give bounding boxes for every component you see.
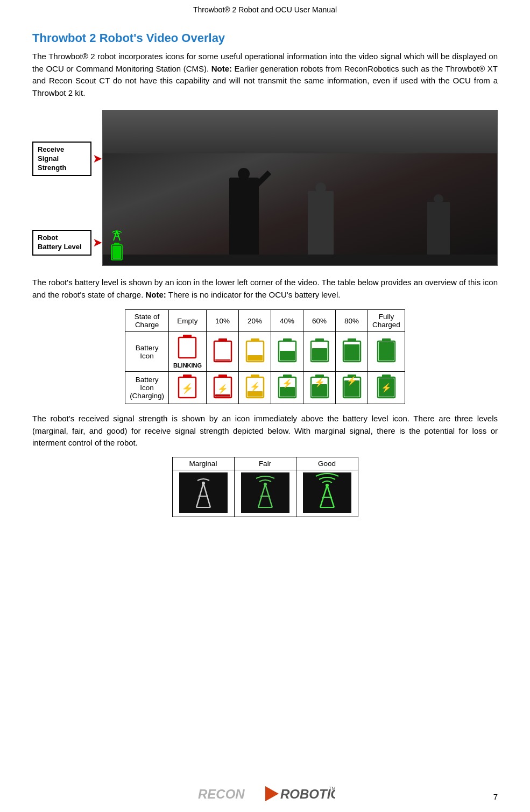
- svg-rect-25: [379, 342, 394, 361]
- footer-logo: RECON ROBOTICS TM: [195, 783, 335, 804]
- svg-text:RECON: RECON: [198, 787, 245, 801]
- svg-rect-65: [303, 472, 351, 513]
- battery-table: State ofCharge Empty 10% 20% 40% 60% 80%…: [125, 309, 405, 404]
- signal-icon-good: [296, 470, 358, 517]
- svg-text:⚡: ⚡: [381, 383, 392, 393]
- battery-note: Note:: [146, 290, 166, 299]
- table-header-empty: Empty: [168, 310, 206, 332]
- intro-note: Note:: [211, 64, 232, 73]
- battery-text-2: There is no indicator for the OCU's batt…: [166, 290, 341, 299]
- svg-rect-16: [280, 351, 295, 361]
- table-header-20: 20%: [239, 310, 271, 332]
- table-row-label-2: BatteryIcon(Charging): [125, 372, 169, 404]
- table-header-full: FullyCharged: [368, 310, 405, 332]
- battery-icon-20: [239, 332, 271, 372]
- signal-header-fair: Fair: [234, 457, 296, 470]
- bat-chg-full: ⚡: [377, 375, 396, 399]
- bat-chg-empty: ⚡: [178, 375, 197, 399]
- bat-chg-20: ⚡: [245, 375, 265, 399]
- battery-table-wrapper: State ofCharge Empty 10% 20% 40% 60% 80%…: [32, 309, 498, 404]
- svg-rect-35: [248, 391, 263, 397]
- blinking-label: BLINKING: [173, 362, 202, 369]
- callout-signal-arrow: ➤: [93, 152, 102, 166]
- svg-text:⚡: ⚡: [282, 378, 293, 389]
- svg-marker-72: [265, 786, 279, 801]
- battery-charging-60: ⚡: [303, 372, 336, 404]
- video-diagram: Receive SignalStrength ➤ RobotBattery Le…: [32, 110, 498, 266]
- svg-rect-10: [215, 359, 230, 361]
- bat-chg-10: ⚡: [213, 375, 232, 399]
- bat-svg-80: [342, 338, 362, 363]
- svg-rect-7: [179, 337, 196, 358]
- svg-rect-59: [241, 472, 289, 513]
- head-1: [238, 168, 250, 180]
- battery-icon-empty: BLINKING: [168, 332, 206, 372]
- battery-charging-80: ⚡: [336, 372, 368, 404]
- bat-chg-80: ⚡: [342, 375, 362, 399]
- svg-line-1: [117, 231, 120, 241]
- person-1: [229, 178, 259, 256]
- table-header-80: 80%: [336, 310, 368, 332]
- sig-marginal-svg: [179, 472, 228, 513]
- bat-chg-40: ⚡: [278, 375, 297, 399]
- table-header-10: 10%: [207, 310, 239, 332]
- callout-signal-box: Receive SignalStrength: [32, 142, 91, 176]
- svg-point-70: [326, 484, 329, 487]
- svg-text:⚡: ⚡: [217, 384, 228, 394]
- signal-paragraph: The robot's received signal strength is …: [32, 413, 498, 449]
- page-number: 7: [493, 792, 498, 801]
- battery-icon-40: [271, 332, 303, 372]
- page-header: Throwbot® 2 Robot and OCU User Manual: [0, 0, 530, 16]
- battery-icon-10: [207, 332, 239, 372]
- signal-icon-fair: [234, 470, 296, 517]
- svg-rect-9: [214, 341, 231, 362]
- head-3: [434, 194, 443, 204]
- signal-table-wrapper: Marginal Fair Good: [32, 457, 498, 517]
- table-row-label-1: BatteryIcon: [125, 332, 169, 372]
- svg-text:⚡: ⚡: [181, 383, 194, 394]
- battery-charging-empty: ⚡: [168, 372, 206, 404]
- callout-battery-label: RobotBattery Level: [38, 234, 82, 251]
- bat-svg-10: [213, 338, 232, 363]
- svg-text:⚡: ⚡: [314, 377, 325, 387]
- recon-robotics-logo: RECON ROBOTICS TM: [195, 783, 335, 804]
- page-content: Throwbot 2 Robot's Video Overlay The Thr…: [0, 16, 530, 546]
- table-header-40: 40%: [271, 310, 303, 332]
- video-icons: [109, 229, 124, 261]
- video-ceiling: [103, 110, 497, 153]
- bat-chg-60: ⚡: [310, 375, 329, 399]
- battery-charging-20: ⚡: [239, 372, 271, 404]
- signal-header-good: Good: [296, 457, 358, 470]
- battery-icon-full: [368, 332, 405, 372]
- callout-signal-label: Receive SignalStrength: [38, 145, 66, 172]
- header-title: Throwbot® 2 Robot and OCU User Manual: [193, 5, 337, 14]
- svg-rect-22: [344, 344, 359, 361]
- person-3: [427, 202, 450, 256]
- svg-text:⚡: ⚡: [347, 376, 357, 386]
- callout-battery-arrow: ➤: [93, 236, 102, 250]
- svg-text:⚡: ⚡: [250, 382, 260, 392]
- callout-signal-item: Receive SignalStrength ➤: [32, 142, 102, 176]
- sig-fair-svg: [241, 472, 289, 513]
- signal-icon-marginal: [172, 470, 234, 517]
- svg-rect-39: [280, 387, 295, 397]
- bat-svg-20: [245, 338, 265, 363]
- video-floor: [103, 255, 497, 265]
- svg-rect-5: [112, 246, 121, 259]
- svg-point-58: [202, 482, 205, 485]
- bat-svg-empty: [178, 335, 197, 359]
- battery-icon-80: [336, 332, 368, 372]
- callout-battery-box: RobotBattery Level: [32, 230, 91, 256]
- footer: RECON ROBOTICS TM: [0, 783, 530, 804]
- svg-point-64: [264, 483, 267, 486]
- bat-svg-full: [377, 338, 396, 363]
- battery-paragraph: The robot's battery level is shown by an…: [32, 277, 498, 301]
- bat-svg-60: [310, 338, 329, 363]
- callout-section: Receive SignalStrength ➤ RobotBattery Le…: [32, 120, 102, 256]
- svg-line-0: [114, 231, 117, 241]
- table-header-60: 60%: [303, 310, 336, 332]
- signal-text: The robot's received signal strength is …: [32, 414, 498, 447]
- video-battery-icon: [111, 243, 123, 261]
- svg-rect-31: [215, 394, 230, 397]
- svg-rect-19: [312, 348, 327, 361]
